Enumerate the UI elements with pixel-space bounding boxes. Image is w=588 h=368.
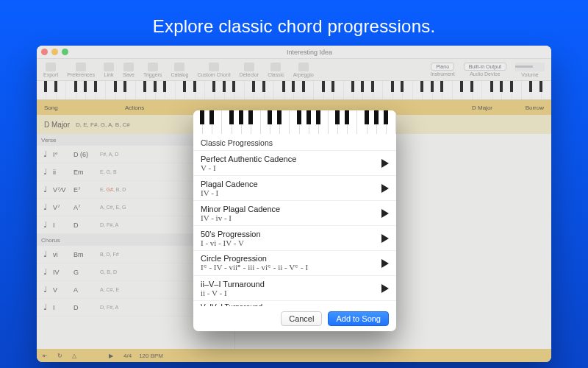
dialog-title: Classic Progressions xyxy=(193,134,396,151)
hero-headline: Explore classic chord progressions. xyxy=(0,0,588,37)
classic-progressions-dialog: Classic Progressions Perfect Authentic C… xyxy=(193,110,396,331)
add-to-song-button[interactable]: Add to Song xyxy=(328,311,389,326)
play-icon[interactable] xyxy=(381,259,389,268)
play-icon[interactable] xyxy=(381,184,389,193)
progression-row[interactable]: Perfect Authentic CadenceV - I xyxy=(193,151,396,176)
progression-list: Perfect Authentic CadenceV - IPlagal Cad… xyxy=(193,151,396,306)
progression-row[interactable]: Minor Plagal CadenceIV - iv - I xyxy=(193,201,396,226)
play-icon[interactable] xyxy=(381,234,389,243)
play-icon[interactable] xyxy=(381,284,389,293)
progression-row[interactable]: Plagal CadenceIV - I xyxy=(193,176,396,201)
progression-row-cutoff[interactable]: V–IV–I Turnaround xyxy=(193,301,396,306)
play-icon[interactable] xyxy=(381,209,389,218)
cancel-button[interactable]: Cancel xyxy=(281,311,322,326)
progression-row[interactable]: 50's ProgressionI - vi - IV - V xyxy=(193,226,396,251)
progression-row[interactable]: Circle ProgressionIᵉ - IV - viiᵒ - iii -… xyxy=(193,251,396,276)
progression-row[interactable]: ii–V–I Turnaroundii - V - I xyxy=(193,276,396,301)
play-icon[interactable] xyxy=(381,159,389,168)
dialog-keyboard[interactable] xyxy=(193,110,396,134)
